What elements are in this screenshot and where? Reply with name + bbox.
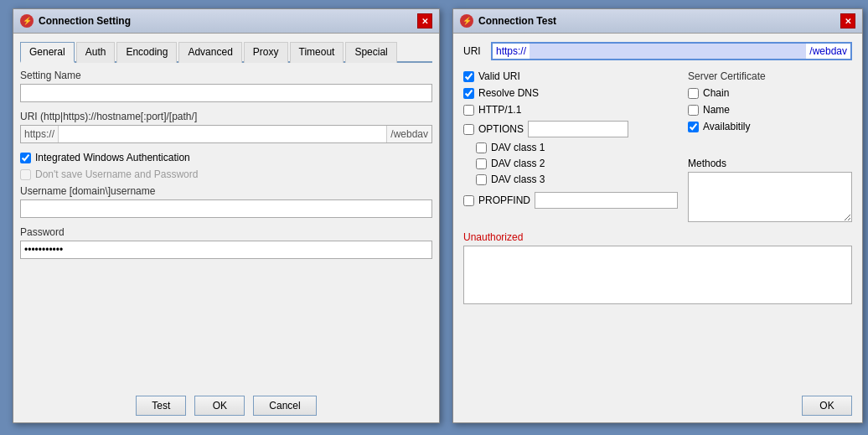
name-checkbox[interactable]: [688, 105, 699, 116]
test-button[interactable]: Test: [136, 396, 186, 416]
conn-dialog-body: General Auth Encoding Advanced Proxy Tim…: [13, 34, 439, 274]
conn-dialog-title-text: Connection Setting: [39, 15, 131, 27]
methods-label: Methods: [688, 158, 852, 169]
dav3-item: DAV class 3: [476, 173, 678, 185]
dav2-label: DAV class 2: [491, 158, 545, 169]
integrated-auth-item: Integrated Windows Authentication: [20, 152, 432, 163]
options-label: OPTIONS: [478, 123, 524, 135]
setting-name-group: Setting Name: [20, 70, 432, 102]
dav1-item: DAV class 1: [476, 142, 678, 153]
tab-general[interactable]: General: [20, 42, 75, 63]
resolve-dns-checkbox[interactable]: [463, 88, 474, 99]
password-label: Password: [20, 226, 432, 238]
uri-suffix: /webdav: [386, 126, 431, 142]
test-dialog-title-text: Connection Test: [478, 15, 556, 27]
connection-setting-dialog: ⚡ Connection Setting ✕ General Auth Enco…: [13, 8, 440, 423]
test-uri-webdav: /webdav: [806, 44, 850, 59]
dav1-checkbox[interactable]: [476, 142, 487, 153]
username-input[interactable]: [20, 199, 432, 218]
resolve-dns-item: Resolve DNS: [463, 87, 678, 99]
test-dialog-icon: ⚡: [460, 14, 473, 28]
http11-item: HTTP/1.1: [463, 104, 678, 116]
chain-label: Chain: [703, 87, 729, 99]
propfind-item: PROPFIND: [463, 192, 678, 209]
uri-label: URI (http|https)://hostname[:port]/[path…: [20, 111, 432, 122]
dont-save-item: Don't save Username and Password: [20, 168, 432, 180]
dav1-label: DAV class 1: [491, 142, 545, 153]
propfind-label: PROPFIND: [478, 194, 530, 206]
tab-special[interactable]: Special: [345, 42, 396, 63]
test-uri-label: URI: [463, 45, 484, 57]
tab-proxy[interactable]: Proxy: [244, 42, 288, 63]
propfind-input[interactable]: [535, 192, 678, 209]
http11-label: HTTP/1.1: [478, 104, 521, 116]
test-right-col: Server Certificate Chain Name Availabiti…: [678, 70, 852, 225]
valid-uri-label: Valid URI: [478, 70, 520, 82]
tab-auth[interactable]: Auth: [76, 42, 116, 63]
valid-uri-checkbox[interactable]: [463, 71, 474, 82]
resolve-dns-label: Resolve DNS: [478, 87, 539, 99]
server-cert-title: Server Certificate: [688, 70, 852, 82]
uri-middle-input[interactable]: [59, 126, 386, 142]
tab-encoding[interactable]: Encoding: [116, 42, 177, 63]
propfind-checkbox[interactable]: [463, 195, 474, 206]
test-dialog-title: ⚡ Connection Test ✕: [453, 9, 862, 34]
options-item: OPTIONS: [463, 121, 678, 137]
options-checkbox[interactable]: [463, 124, 474, 135]
conn-dialog-title: ⚡ Connection Setting ✕: [13, 9, 439, 34]
password-input[interactable]: [20, 241, 432, 259]
http11-checkbox[interactable]: [463, 105, 474, 116]
methods-textarea[interactable]: [688, 172, 852, 222]
cancel-button[interactable]: Cancel: [253, 396, 316, 416]
name-label: Name: [703, 104, 730, 116]
integrated-auth-checkbox[interactable]: [20, 153, 31, 163]
availability-checkbox[interactable]: [688, 122, 699, 132]
conn-dialog-footer: Test OK Cancel: [13, 396, 439, 416]
title-left: ⚡ Connection Setting: [20, 14, 131, 28]
result-box: [463, 246, 852, 304]
test-left-col: Valid URI Resolve DNS HTTP/1.1 OPTIONS: [463, 70, 678, 225]
password-group: Password: [20, 226, 432, 259]
username-group: Username [domain\]username: [20, 185, 432, 218]
dav2-checkbox[interactable]: [476, 158, 487, 169]
tab-timeout[interactable]: Timeout: [290, 42, 344, 63]
conn-tabs: General Auth Encoding Advanced Proxy Tim…: [20, 40, 432, 63]
tab-advanced[interactable]: Advanced: [178, 42, 241, 63]
chain-item: Chain: [688, 87, 852, 99]
test-checks-grid: Valid URI Resolve DNS HTTP/1.1 OPTIONS: [463, 70, 852, 225]
methods-section: Methods: [688, 158, 852, 225]
setting-name-input[interactable]: [20, 84, 432, 102]
options-input[interactable]: [528, 121, 628, 137]
test-uri-row: URI https:// /webdav: [463, 42, 852, 60]
test-close-button[interactable]: ✕: [840, 13, 855, 28]
uri-group: URI (http|https)://hostname[:port]/[path…: [20, 111, 432, 143]
dav2-item: DAV class 2: [476, 158, 678, 169]
test-dialog-body: URI https:// /webdav Valid URI Resolve D…: [453, 34, 862, 313]
dav3-label: DAV class 3: [491, 173, 545, 185]
ok-button[interactable]: OK: [194, 396, 245, 416]
test-ok-button[interactable]: OK: [802, 396, 852, 416]
uri-row: https:// /webdav: [20, 125, 432, 143]
test-dialog-footer: OK: [802, 396, 852, 416]
username-label: Username [domain\]username: [20, 185, 432, 197]
chain-checkbox[interactable]: [688, 88, 699, 99]
unauthorized-text: Unauthorized: [463, 231, 852, 243]
dont-save-label: Don't save Username and Password: [35, 168, 198, 180]
test-title-left: ⚡ Connection Test: [460, 14, 556, 28]
test-uri-field: https:// /webdav: [491, 42, 852, 60]
setting-name-label: Setting Name: [20, 70, 432, 81]
test-uri-value: https://: [493, 44, 530, 59]
valid-uri-item: Valid URI: [463, 70, 678, 82]
integrated-auth-label: Integrated Windows Authentication: [35, 152, 190, 163]
dont-save-checkbox[interactable]: [20, 169, 31, 180]
conn-close-button[interactable]: ✕: [417, 13, 432, 28]
dav3-checkbox[interactable]: [476, 174, 487, 185]
availability-label: Availabitily: [703, 121, 750, 132]
availability-item: Availabitily: [688, 121, 852, 132]
name-item: Name: [688, 104, 852, 116]
dialog-icon: ⚡: [20, 14, 34, 28]
connection-test-dialog: ⚡ Connection Test ✕ URI https:// /webdav…: [452, 8, 863, 423]
test-uri-highlight: [530, 44, 806, 59]
uri-prefix: https://: [21, 126, 59, 142]
